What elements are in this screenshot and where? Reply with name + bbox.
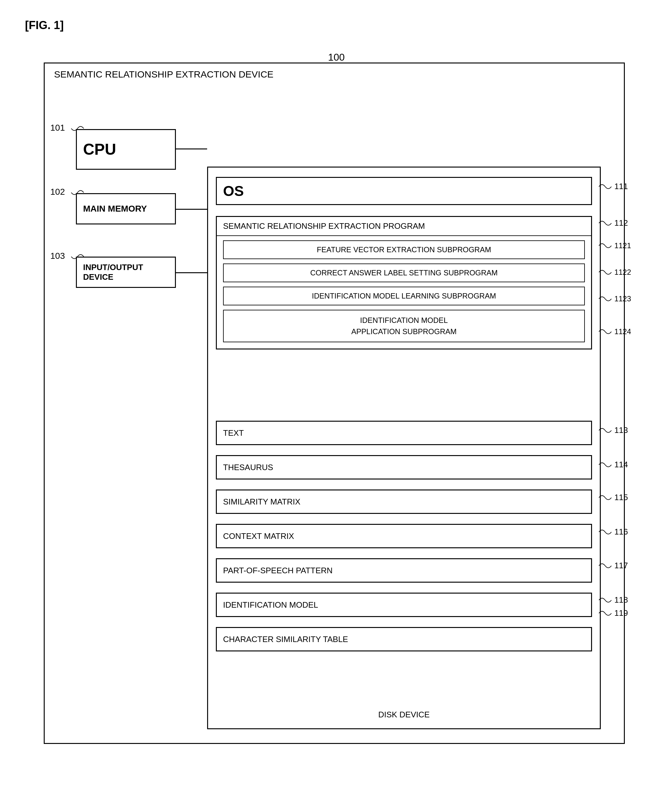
context-matrix-box: CONTEXT MATRIX [216, 524, 592, 548]
ref-1122: 1122 [597, 268, 631, 277]
outer-box-label: SEMANTIC RELATIONSHIP EXTRACTION DEVICE [54, 69, 274, 80]
disk-device-label: DISK DEVICE [208, 710, 600, 719]
connector-mem [176, 209, 207, 210]
connector-cpu [176, 149, 207, 149]
ref-119: 119 [597, 608, 628, 618]
io-device-label: INPUT/OUTPUT DEVICE [83, 263, 169, 282]
program-group-box: SEMANTIC RELATIONSHIP EXTRACTION PROGRAM… [216, 216, 592, 349]
ref-112: 112 [597, 218, 628, 228]
ref-115: 115 [597, 493, 628, 502]
ref-1123: 1123 [597, 294, 631, 303]
ref-1124: 1124 [597, 327, 631, 336]
right-section: OS 111 SEMANTIC RELATIONSHIP EXTRACTION … [207, 167, 601, 729]
ref-114: 114 [597, 460, 628, 469]
subprogram-3: IDENTIFICATION MODEL LEARNING SUBPROGRAM [223, 287, 585, 305]
io-device-box: INPUT/OUTPUT DEVICE [76, 256, 176, 288]
ref-116: 116 [597, 527, 628, 537]
fig-label: [FIG. 1] [25, 19, 64, 32]
os-box: OS [216, 177, 592, 205]
subprogram-1: FEATURE VECTOR EXTRACTION SUBPROGRAM [223, 240, 585, 259]
main-memory-box: MAIN MEMORY [76, 193, 176, 224]
pos-pattern-box: PART-OF-SPEECH PATTERN [216, 558, 592, 583]
subprogram-2: CORRECT ANSWER LABEL SETTING SUBPROGRAM [223, 263, 585, 282]
main-memory-label: MAIN MEMORY [83, 204, 147, 214]
ref-1121: 1121 [597, 241, 631, 250]
similarity-matrix-box: SIMILARITY MATRIX [216, 490, 592, 514]
os-label: OS [223, 183, 244, 199]
ref-118: 118 [597, 595, 628, 605]
identification-model-box: IDENTIFICATION MODEL [216, 593, 592, 617]
ref-111: 111 [597, 182, 628, 191]
text-box: TEXT [216, 421, 592, 445]
ref-113: 113 [597, 425, 628, 435]
ref-117: 117 [597, 561, 628, 570]
char-similarity-table-box: CHARACTER SIMILARITY TABLE [216, 627, 592, 651]
program-label: SEMANTIC RELATIONSHIP EXTRACTION PROGRAM [217, 217, 591, 236]
connector-io [176, 272, 207, 273]
cpu-label: CPU [83, 140, 116, 159]
outer-box: SEMANTIC RELATIONSHIP EXTRACTION DEVICE … [44, 62, 625, 744]
subprogram-4: IDENTIFICATION MODELAPPLICATION SUBPROGR… [223, 310, 585, 342]
cpu-box: CPU [76, 129, 176, 170]
thesaurus-box: THESAURUS [216, 455, 592, 479]
